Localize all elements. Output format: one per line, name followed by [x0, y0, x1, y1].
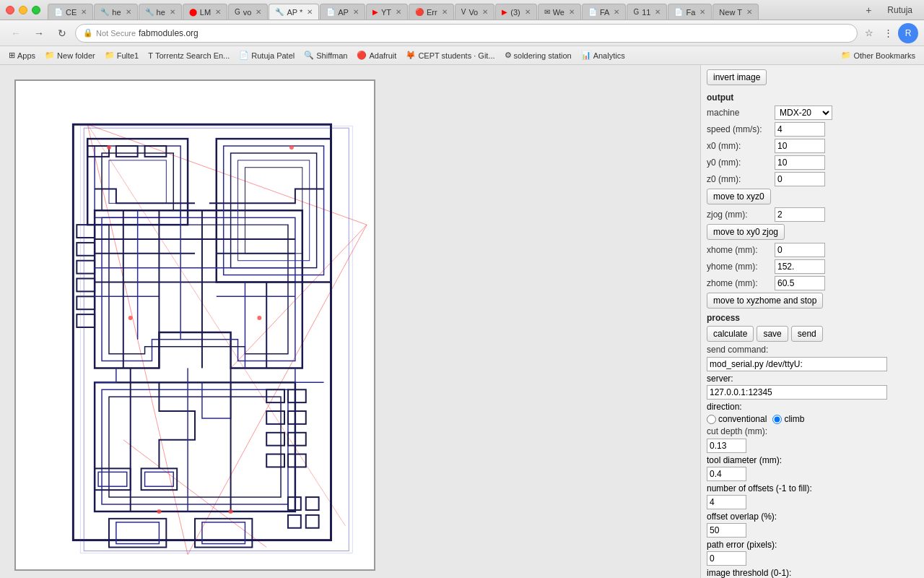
fulte-icon: 📁 [105, 51, 115, 60]
cut-depth-row: cut depth (mm): [707, 426, 918, 436]
bookmark-shiffman[interactable]: 🔍 Shiffman [300, 49, 352, 61]
xhome-row: xhome (mm): [707, 243, 918, 257]
tab-new[interactable]: New T✕ [712, 4, 759, 20]
canvas-area [0, 65, 700, 578]
svg-point-59 [157, 509, 161, 514]
send-command-row: send command: [707, 345, 918, 355]
maximize-button[interactable] [32, 6, 40, 14]
yhome-row: yhome (mm): [707, 259, 918, 274]
z0-input[interactable] [775, 172, 825, 186]
cut-depth-input[interactable] [707, 439, 746, 453]
num-offsets-label: number of offsets (-1 to fill): [707, 483, 812, 493]
profile-icon[interactable]: R [898, 23, 918, 43]
tab-fa1[interactable]: 📄FA✕ [582, 4, 626, 20]
tab-lm[interactable]: ⬤LM✕ [183, 4, 227, 20]
bookmark-rutuja[interactable]: 📄 Rutuja Patel [235, 49, 299, 61]
zhome-input[interactable] [775, 276, 825, 290]
tab-ap-active[interactable]: 🔧AP *✕ [269, 4, 319, 20]
image-threshold-label-row: image threshold (0-1): [707, 568, 918, 578]
zhome-row: zhome (mm): [707, 276, 918, 290]
path-error-label-row: path error (pixels): [707, 540, 918, 550]
bookmark-new-folder-label: New folder [57, 51, 95, 60]
address-bar[interactable]: 🔒 Not Secure fabmodules.org [75, 24, 858, 43]
close-button[interactable] [6, 6, 14, 14]
zjog-input[interactable] [775, 207, 825, 222]
bookmark-adafruit[interactable]: 🔴 Adafruit [352, 49, 401, 61]
bookmark-analytics[interactable]: 📊 Analytics [577, 49, 629, 61]
reload-button[interactable]: ↻ [52, 23, 72, 43]
chrome-menu-icon[interactable]: ⋮ [879, 25, 897, 42]
move-zjog-button[interactable]: move to xy0 zjog [707, 224, 785, 240]
x0-input[interactable] [775, 139, 825, 153]
back-button[interactable]: ← [6, 23, 26, 43]
tab-he1[interactable]: 🔧he✕ [94, 4, 137, 20]
xhome-input[interactable] [775, 243, 825, 257]
num-offsets-input[interactable] [707, 495, 746, 509]
move-xyzhome-button[interactable]: move to xyzhome and stop [707, 293, 823, 309]
svg-point-55 [107, 145, 111, 150]
machine-select[interactable]: MDX-20 MDX-40 Other [775, 105, 832, 120]
minimize-button[interactable] [19, 6, 27, 14]
bookmark-other[interactable]: 📁 Other Bookmarks [837, 49, 920, 61]
tab-ce[interactable]: 📄CE✕ [48, 4, 93, 20]
bookmark-star-icon[interactable]: ☆ [860, 25, 878, 42]
tab-he2[interactable]: 🔧he✕ [139, 4, 182, 20]
tab-vo1[interactable]: Gvo✕ [228, 4, 268, 20]
tab-11[interactable]: G11✕ [627, 4, 667, 20]
tool-diameter-input[interactable] [707, 467, 746, 481]
bookmark-apps-label: Apps [17, 51, 35, 60]
offset-overlap-input[interactable] [707, 523, 746, 538]
analytics-icon: 📊 [581, 51, 591, 60]
tool-diameter-label-row: tool diameter (mm): [707, 455, 918, 465]
bookmark-cept[interactable]: 🦊 CEPT students · Git... [401, 49, 499, 61]
z0-label: z0 (mm): [707, 174, 772, 184]
send-command-label: send command: [707, 345, 772, 355]
tabs-bar: 📄CE✕ 🔧he✕ 🔧he✕ ⬤LM✕ Gvo✕ 🔧AP *✕ 📄AP✕ ▶YT… [48, 0, 855, 20]
forward-button[interactable]: → [29, 23, 49, 43]
conventional-radio[interactable] [707, 415, 716, 424]
machine-label: machine [707, 108, 772, 118]
bookmark-new-folder[interactable]: 📁 New folder [40, 49, 100, 61]
yhome-input[interactable] [775, 259, 825, 274]
calculate-button[interactable]: calculate [707, 326, 754, 342]
y0-row: y0 (mm): [707, 155, 918, 170]
new-tab-button[interactable]: + [860, 2, 877, 18]
tab-err[interactable]: 🔴Err✕ [409, 4, 454, 20]
speed-label: speed (mm/s): [707, 124, 772, 134]
conventional-radio-label[interactable]: conventional [707, 414, 767, 424]
output-section-title: output [707, 92, 918, 103]
right-panel: invert image output machine MDX-20 MDX-4… [700, 65, 924, 578]
x0-label: x0 (mm): [707, 141, 772, 151]
save-button[interactable]: save [757, 326, 788, 342]
climb-label: climb [784, 414, 804, 424]
offset-overlap-label: offset overlap (%): [707, 512, 777, 522]
speed-input[interactable] [775, 122, 825, 137]
bookmark-fulte1[interactable]: 📁 Fulte1 [100, 49, 144, 61]
z0-row: z0 (mm): [707, 172, 918, 186]
bookmark-fulte1-label: Fulte1 [117, 51, 139, 60]
path-error-input[interactable] [707, 551, 746, 566]
zhome-label: zhome (mm): [707, 278, 772, 288]
invert-image-button[interactable]: invert image [707, 69, 767, 85]
tab-we[interactable]: ✉We✕ [538, 4, 581, 20]
bookmark-adafruit-label: Adafruit [369, 51, 396, 60]
y0-input[interactable] [775, 155, 825, 170]
bookmark-torrentz[interactable]: T Torrentz Search En... [144, 50, 234, 61]
bookmark-soldering[interactable]: ⚙ soldering station [500, 49, 576, 61]
climb-radio[interactable] [772, 415, 782, 424]
direction-row: conventional climb [707, 414, 918, 424]
bookmark-apps[interactable]: ⊞ Apps [4, 49, 40, 61]
send-button[interactable]: send [791, 326, 823, 342]
num-offsets-label-row: number of offsets (-1 to fill): [707, 483, 918, 493]
tab-vo2[interactable]: VVo✕ [455, 4, 495, 20]
tab-ap[interactable]: 📄AP✕ [320, 4, 365, 20]
server-input[interactable] [707, 385, 887, 400]
tab-fa2[interactable]: 📄Fa✕ [668, 4, 712, 20]
send-command-input[interactable] [707, 357, 887, 371]
climb-radio-label[interactable]: climb [772, 414, 804, 424]
move-xyz0-button[interactable]: move to xyz0 [707, 189, 771, 204]
titlebar: 📄CE✕ 🔧he✕ 🔧he✕ ⬤LM✕ Gvo✕ 🔧AP *✕ 📄AP✕ ▶YT… [0, 0, 924, 20]
tab-yt[interactable]: ▶YT✕ [366, 4, 408, 20]
conventional-label: conventional [718, 414, 767, 424]
tab-yt3[interactable]: ▶(3)✕ [495, 4, 536, 20]
